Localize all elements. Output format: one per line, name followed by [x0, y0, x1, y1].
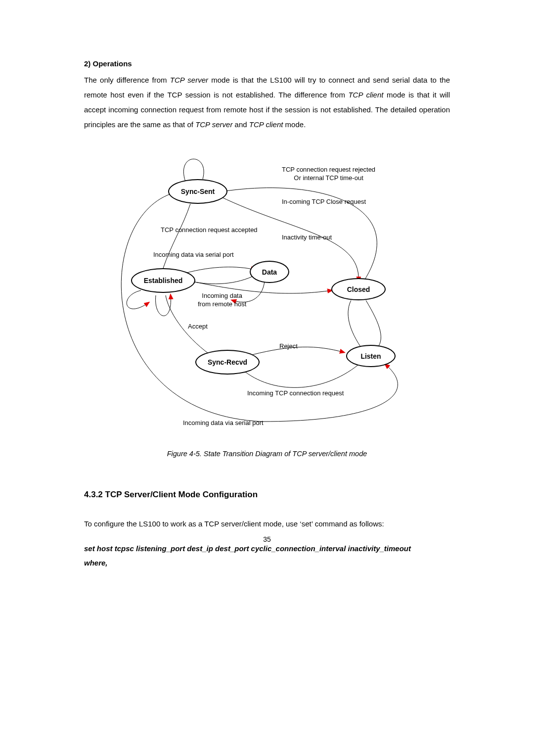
p-text-italic: TCP client	[249, 120, 283, 129]
label-text: Incoming data	[202, 292, 242, 299]
operations-heading: 2) Operations	[84, 59, 450, 68]
p-text-italic: TCP server	[195, 120, 232, 129]
figure-caption: Figure 4-5. State Transition Diagram of …	[84, 450, 450, 458]
label-serial-in-bottom: Incoming data via serial port	[183, 419, 264, 427]
label-reject: Reject	[279, 342, 298, 351]
label-incoming-tcp-req: Incoming TCP connection request	[247, 389, 344, 398]
state-data: Data	[250, 261, 289, 283]
state-sync-sent: Sync-Sent	[168, 179, 227, 204]
config-intro: To configure the LS100 to work as a TCP …	[84, 520, 450, 528]
state-diagram: Sync-Sent Established Data Closed Sync-R…	[84, 147, 450, 444]
p-text: and	[232, 120, 249, 129]
label-text: TCP connection request rejected	[282, 166, 375, 173]
p-text-italic: TCP client	[348, 91, 383, 99]
p-text: mode.	[283, 120, 306, 129]
state-established: Established	[131, 268, 195, 293]
p-text-italic: TCP server	[170, 76, 208, 84]
label-accept: Accept	[188, 323, 208, 331]
label-incoming-close: In-coming TCP Close request	[282, 198, 366, 206]
label-inactivity: Inactivity time-out	[282, 234, 332, 242]
cmd-where: where,	[84, 559, 108, 567]
cmd-text: set host tcpsc listening_port dest_ip de…	[84, 544, 411, 553]
label-text: Or internal TCP time-out	[294, 174, 363, 182]
config-heading: 4.3.2 TCP Server/Client Mode Configurati…	[84, 490, 450, 500]
config-command: set host tcpsc listening_port dest_ip de…	[84, 542, 450, 570]
label-accepted: TCP connection request accepted	[161, 226, 258, 235]
label-rejected: TCP connection request rejected Or inter…	[282, 166, 375, 183]
state-sync-recvd: Sync-Recvd	[195, 350, 260, 375]
label-incoming-remote: Incoming data from remote host	[198, 292, 246, 309]
operations-paragraph: The only difference from TCP server mode…	[84, 73, 450, 132]
label-text: from remote host	[198, 300, 246, 308]
state-listen: Listen	[346, 345, 396, 367]
label-serial-in-top: Incoming data via serial port	[153, 251, 234, 259]
state-closed: Closed	[331, 278, 386, 300]
p-text: The only difference from	[84, 76, 170, 84]
page-number: 35	[0, 535, 534, 543]
